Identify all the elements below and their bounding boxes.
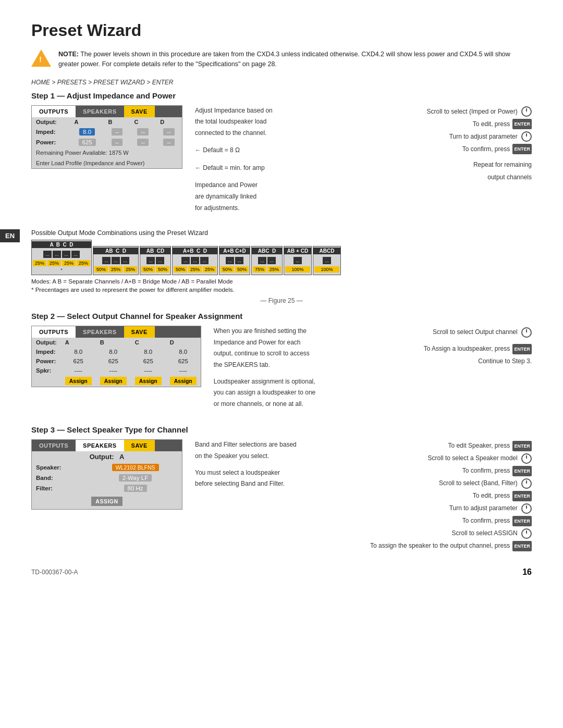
power-b-2: 625	[96, 356, 131, 366]
tab-speakers-2[interactable]: SPEAKERS	[76, 326, 124, 338]
col-d: D	[156, 117, 182, 127]
mode-abcd-sep: A B C D ... ... ... ... 25% 25% 25% 25% …	[31, 240, 92, 275]
spkr-d: ----	[166, 366, 201, 375]
step3-table: Output: A Speaker: WL2102 BLFNS Band: 2-…	[32, 451, 182, 509]
col-d-2: D	[166, 338, 201, 347]
note-text: NOTE: The power levels shown in this pro…	[58, 50, 532, 69]
power-a-2: 625	[61, 356, 96, 366]
step2-tab-bar: OUTPUTS SPEAKERS SAVE	[32, 326, 201, 338]
imped-c: --	[130, 127, 156, 137]
step2-section: Step 2 — Select Output Channel for Speak…	[31, 312, 532, 410]
col-a: A	[70, 117, 104, 127]
imped-b-2: 8.0	[96, 347, 131, 356]
assign-btn-c[interactable]: Assign	[135, 377, 162, 385]
spkr-b: ----	[96, 366, 131, 375]
modes-grid: A B C D ... ... ... ... 25% 25% 25% 25% …	[31, 240, 532, 275]
spkr-c: ----	[131, 366, 166, 375]
tab-outputs-1[interactable]: OUTPUTS	[32, 106, 76, 117]
power-a: 625	[70, 137, 104, 147]
enter-icon-3: ENTER	[512, 344, 532, 354]
power-label-2: Power:	[32, 356, 61, 366]
tab-speakers-3[interactable]: SPEAKERS	[76, 440, 124, 451]
doc-id: TD-000367-00-A	[31, 569, 78, 576]
imped-d-2: 8.0	[166, 347, 201, 356]
note-box: NOTE: The power levels shown in this pro…	[31, 50, 532, 69]
imped-label-2: Imped:	[32, 347, 61, 356]
remaining-power: Remaining Power Available: 1875 W	[32, 147, 182, 158]
enter-icon-2: ENTER	[512, 144, 532, 154]
col-output-2: Output:	[32, 338, 61, 347]
tab-save-2[interactable]: SAVE	[124, 326, 155, 338]
assign-btn-d[interactable]: Assign	[170, 377, 197, 385]
table-row: Filter: 80 Hz	[32, 483, 182, 493]
tab-outputs-2[interactable]: OUTPUTS	[32, 326, 76, 338]
table-row: Speaker: WL2102 BLFNS	[32, 462, 182, 473]
step1-row: OUTPUTS SPEAKERS SAVE Output: A B C D Im…	[31, 105, 532, 214]
dial-icon-3	[521, 327, 532, 338]
step3-title: Step 3 — Select Speaker Type for Channel	[31, 425, 532, 434]
assign-btn-b[interactable]: Assign	[100, 377, 127, 385]
col-c-2: C	[131, 338, 166, 347]
imped-c-2: 8.0	[131, 347, 166, 356]
speaker-val: WL2102 BLFNS	[89, 462, 182, 473]
power-d-2: 625	[166, 356, 201, 366]
step2-panel: OUTPUTS SPEAKERS SAVE Output: A B C D Im…	[31, 326, 201, 387]
step1-panel: OUTPUTS SPEAKERS SAVE Output: A B C D Im…	[31, 105, 182, 169]
col-b-2: B	[96, 338, 131, 347]
col-a-2: A	[61, 338, 96, 347]
dial-icon-2	[521, 131, 532, 142]
power-b: --	[104, 137, 130, 147]
enter-icon-5: ENTER	[512, 466, 532, 476]
step1-tab-bar: OUTPUTS SPEAKERS SAVE	[32, 106, 182, 117]
tab-save-1[interactable]: SAVE	[124, 106, 155, 117]
figure-note: — Figure 25 —	[31, 297, 532, 304]
asterisk-note: * Precentages are used to represent the …	[31, 287, 532, 293]
tab-save-3[interactable]: SAVE	[124, 440, 155, 451]
step3-tab-bar: OUTPUTS SPEAKERS SAVE	[32, 440, 182, 451]
footer: TD-000367-00-A 16	[31, 567, 532, 577]
dial-icon-7	[521, 528, 532, 539]
imped-a-2: 8.0	[61, 347, 96, 356]
dial-icon-5	[521, 478, 532, 489]
filter-label: Filter:	[32, 483, 89, 493]
step3-row: OUTPUTS SPEAKERS SAVE Output: A Speaker:…	[31, 439, 532, 552]
mode-ab-plus-cd: AB + CD ... 100%	[284, 246, 312, 275]
en-badge: EN	[0, 229, 20, 242]
breadcrumb: HOME > PRESETS > PRESET WIZARD > ENTER	[31, 79, 532, 86]
table-row: Power: 625 625 625 625	[32, 356, 201, 366]
en-section: EN Possible Output Mode Combinations usi…	[31, 229, 532, 293]
dial-icon-4	[521, 453, 532, 464]
enter-icon-1: ENTER	[512, 119, 532, 129]
assign-btn-a[interactable]: Assign	[65, 377, 92, 385]
mode-aplusb-cplusd: A+B C+D ... ... 50% 50%	[219, 246, 250, 275]
spkr-a: ----	[61, 366, 96, 375]
imped-d: --	[156, 127, 182, 137]
page-title: Preset Wizard	[31, 21, 532, 40]
filter-val: 80 Hz	[89, 483, 182, 493]
mode-ab-cd: AB CD ... ... 50% 50%	[140, 246, 171, 275]
band-label: Band:	[32, 473, 89, 483]
col-b: B	[104, 117, 130, 127]
load-profile: Enter Load Profile (Impedance and Power)	[32, 158, 182, 168]
assign-btn-3[interactable]: ASSIGN	[91, 497, 122, 506]
tab-speakers-1[interactable]: SPEAKERS	[76, 106, 124, 117]
imped-a: 8.0	[70, 127, 104, 137]
mode-aplusb-c-d: A+B C D ... ... ... 50% 25% 25%	[172, 246, 218, 275]
imped-label: Imped:	[32, 127, 70, 137]
output-header-3: Output: A	[32, 451, 182, 462]
step2-side-notes: When you are finished setting the Impeda…	[214, 326, 318, 410]
step3-right-notes: To edit Speaker, press ENTER Scroll to s…	[365, 439, 532, 552]
step1-side-notes: Adjust Impedance based onthe total louds…	[195, 105, 273, 214]
step1-section: Step 1 — Adjust Impedance and Power OUTP…	[31, 91, 532, 214]
table-row: Band: 2-Way LF	[32, 473, 182, 483]
step2-right-notes: Scroll to select Output channel To Assig…	[424, 326, 532, 367]
tab-outputs-3[interactable]: OUTPUTS	[32, 440, 76, 451]
dial-icon-6	[521, 503, 532, 514]
imped-b: --	[104, 127, 130, 137]
enter-icon-6: ENTER	[512, 491, 532, 501]
table-row: Imped: 8.0 -- -- --	[32, 127, 182, 137]
col-c: C	[130, 117, 156, 127]
step2-title: Step 2 — Select Output Channel for Speak…	[31, 312, 532, 320]
col-output: Output:	[32, 117, 70, 127]
table-row: Imped: 8.0 8.0 8.0 8.0	[32, 347, 201, 356]
